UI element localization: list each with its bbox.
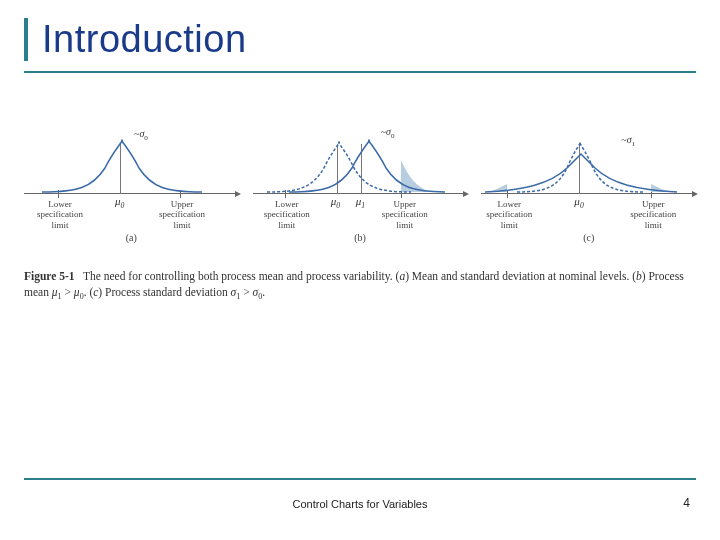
title-rule-left: Introduction bbox=[24, 18, 696, 61]
usl-label: Upperspecificationlimit bbox=[156, 199, 208, 230]
mu0-label: μ0 bbox=[574, 195, 583, 210]
panel-c-letter: (c) bbox=[481, 232, 696, 243]
title-rule-top bbox=[24, 71, 696, 73]
footer-text: Control Charts for Variables bbox=[0, 498, 720, 510]
bell-wide-c bbox=[485, 138, 677, 194]
lsl-label: Lowerspecificationlimit bbox=[34, 199, 86, 230]
page-number: 4 bbox=[683, 496, 690, 510]
sigma0-label: ~σ0 bbox=[381, 126, 395, 140]
plot-a: ~σ0 μ0 Lowerspecificationlimit Upperspec… bbox=[24, 110, 239, 230]
mu1-label: μ1 bbox=[356, 195, 365, 210]
panel-a: ~σ0 μ0 Lowerspecificationlimit Upperspec… bbox=[24, 110, 239, 243]
figure-panels: ~σ0 μ0 Lowerspecificationlimit Upperspec… bbox=[24, 110, 696, 243]
bottom-rule bbox=[24, 478, 696, 480]
slide-title: Introduction bbox=[42, 18, 696, 61]
sigma1-label: ~σ1 bbox=[621, 134, 635, 148]
bell-curve-a bbox=[42, 138, 202, 194]
plot-c: ~σ1 μ0 Lowerspecificationlimit Upperspec… bbox=[481, 110, 696, 230]
mu0-label: μ0 bbox=[331, 195, 340, 210]
usl-label: Upperspecificationlimit bbox=[379, 199, 431, 230]
lsl-label: Lowerspecificationlimit bbox=[261, 199, 313, 230]
panel-c: ~σ1 μ0 Lowerspecificationlimit Upperspec… bbox=[481, 110, 696, 243]
panel-b: ~σ0 μ0 μ1 Lowerspecificationlimit Uppers… bbox=[253, 110, 468, 243]
sigma0-label: ~σ0 bbox=[134, 128, 148, 142]
lsl-label: Lowerspecificationlimit bbox=[483, 199, 535, 230]
plot-b: ~σ0 μ0 μ1 Lowerspecificationlimit Uppers… bbox=[253, 110, 468, 230]
figure-number: Figure 5-1 bbox=[24, 270, 75, 282]
panel-a-letter: (a) bbox=[24, 232, 239, 243]
mu0-label: μ0 bbox=[115, 195, 124, 210]
slide: Introduction ~σ0 μ0 Lowerspecification bbox=[0, 0, 720, 540]
figure-caption: Figure 5-1 The need for controlling both… bbox=[24, 269, 696, 303]
content-area: ~σ0 μ0 Lowerspecificationlimit Upperspec… bbox=[24, 110, 696, 303]
usl-label: Upperspecificationlimit bbox=[627, 199, 679, 230]
bell-solid-b bbox=[289, 138, 445, 194]
panel-b-letter: (b) bbox=[253, 232, 468, 243]
